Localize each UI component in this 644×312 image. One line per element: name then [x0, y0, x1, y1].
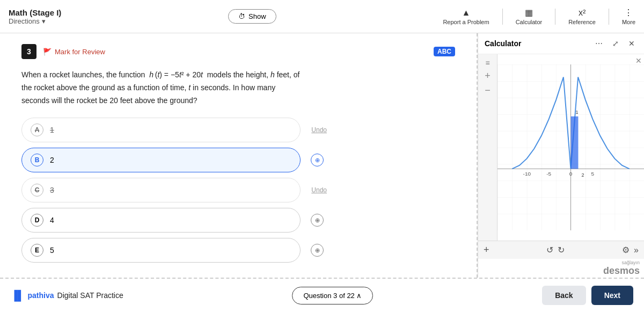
- undo-btn[interactable]: ↺: [546, 245, 553, 255]
- undo-c-link[interactable]: Undo: [311, 186, 327, 194]
- option-e-text: 5: [50, 246, 291, 255]
- settings-btn[interactable]: ⚙: [622, 245, 630, 255]
- redo-btn[interactable]: ↻: [558, 245, 565, 255]
- option-c-text: 3: [50, 186, 291, 194]
- mark-review-label: Mark for Review: [55, 48, 105, 56]
- collapse-btn[interactable]: »: [634, 245, 639, 255]
- brand-name: pathiva: [28, 291, 54, 300]
- app-title-section: Math (Stage I) Directions ▾: [9, 8, 61, 25]
- calculator-body: ≡ + −: [478, 54, 644, 278]
- bottom-right: Back Next: [542, 286, 633, 305]
- next-button[interactable]: Next: [591, 286, 633, 305]
- more-icon: ⋮: [624, 8, 633, 18]
- calculator-icon: ▦: [525, 8, 533, 18]
- main-area: 3 🚩 Mark for Review ABC When a rocket la…: [0, 33, 644, 278]
- question-nav-button[interactable]: Question 3 of 22 ∧: [292, 287, 373, 304]
- minus-icon[interactable]: −: [485, 85, 491, 96]
- top-bar-right: ▲ Report a Problem ▦ Calculator x² Refer…: [443, 8, 635, 25]
- report-button[interactable]: ▲ Report a Problem: [443, 8, 489, 25]
- back-button[interactable]: Back: [542, 286, 586, 305]
- directions-button[interactable]: Directions ▾: [9, 17, 61, 25]
- directions-label: Directions: [9, 17, 40, 25]
- graph-close-btn[interactable]: ✕: [635, 56, 642, 65]
- answer-options: A 1 Undo B 2 ⊕ C 3 Undo D 4 ⊕: [21, 118, 455, 263]
- question-panel: 3 🚩 Mark for Review ABC When a rocket la…: [0, 33, 478, 278]
- question-header: 3 🚩 Mark for Review ABC: [21, 44, 455, 59]
- desmos-credit: sağlayın desmos: [478, 259, 644, 278]
- calculator-label: Calculator: [516, 19, 543, 25]
- elim-d-btn[interactable]: ⊕: [311, 214, 324, 227]
- svg-text:1: 1: [575, 110, 578, 115]
- calculator-panel: Calculator ⋯ ⤢ ✕ ≡ + −: [478, 33, 644, 278]
- graph-svg: -10 -5 0 5 1 2: [497, 54, 644, 241]
- app-title: Math (Stage I): [9, 8, 61, 17]
- option-b[interactable]: B 2 ⊕: [21, 148, 301, 172]
- option-e[interactable]: E 5 ⊕: [21, 238, 301, 263]
- svg-rect-8: [571, 117, 579, 169]
- calculator-title: Calculator: [485, 39, 592, 48]
- top-bar: Math (Stage I) Directions ▾ ⏱ Show ▲ Rep…: [0, 0, 644, 33]
- calc-toolbar: + ↺ ↻ ⚙ »: [478, 241, 644, 259]
- question-text: When a rocket launches, the function h (…: [21, 69, 301, 107]
- report-icon: ▲: [462, 8, 471, 18]
- more-label: More: [622, 19, 635, 25]
- svg-text:0: 0: [569, 171, 573, 177]
- elim-b-btn[interactable]: ⊕: [311, 154, 324, 166]
- elim-e-btn[interactable]: ⊕: [311, 244, 324, 257]
- calc-left-strip: ≡ + −: [478, 54, 497, 241]
- show-button[interactable]: ⏱ Show: [228, 9, 276, 24]
- option-d[interactable]: D 4 ⊕: [21, 208, 301, 233]
- option-c-letter: C: [31, 184, 43, 197]
- top-bar-center: ⏱ Show: [61, 9, 443, 24]
- option-c[interactable]: C 3 Undo: [21, 178, 301, 202]
- option-b-letter: B: [31, 154, 43, 166]
- bottom-center: Question 3 of 22 ∧: [123, 287, 542, 304]
- desmos-label: sağlayın: [482, 260, 640, 265]
- report-label: Report a Problem: [443, 19, 489, 25]
- divider-3: [609, 9, 609, 25]
- option-a[interactable]: A 1 Undo: [21, 118, 301, 142]
- divider-1: [502, 9, 503, 25]
- calc-close-btn[interactable]: ✕: [626, 38, 638, 49]
- flag-icon: 🚩: [43, 48, 52, 56]
- abc-badge: ABC: [434, 47, 455, 56]
- option-a-text: 1: [50, 126, 291, 134]
- calculator-button[interactable]: ▦ Calculator: [516, 8, 543, 25]
- reference-button[interactable]: x² Reference: [568, 8, 596, 25]
- plus-icon[interactable]: +: [484, 244, 489, 256]
- undo-a-link[interactable]: Undo: [311, 126, 327, 134]
- question-number: 3: [21, 44, 36, 59]
- brand-sub: Digital SAT Practice: [57, 291, 123, 300]
- option-e-letter: E: [31, 244, 43, 257]
- mark-review-button[interactable]: 🚩 Mark for Review: [43, 48, 105, 56]
- option-b-text: 2: [50, 156, 291, 164]
- calc-header-icons: ⋯ ⤢ ✕: [592, 38, 638, 49]
- add-icon[interactable]: +: [485, 70, 491, 82]
- brand-icon: ▐▌: [11, 290, 25, 301]
- svg-text:-5: -5: [546, 171, 551, 177]
- reference-icon: x²: [579, 8, 586, 18]
- option-d-text: 4: [50, 216, 291, 224]
- bottom-bar: ▐▌ pathiva Digital SAT Practice Question…: [0, 278, 644, 312]
- calc-dots-btn[interactable]: ⋯: [592, 38, 605, 49]
- calc-expand-btn[interactable]: ⤢: [610, 38, 621, 49]
- divider-2: [555, 9, 555, 25]
- directions-chevron: ▾: [42, 17, 46, 25]
- desmos-brand: desmos: [482, 265, 640, 277]
- option-d-letter: D: [31, 214, 43, 227]
- timer-icon: ⏱: [238, 12, 245, 20]
- reference-label: Reference: [568, 19, 596, 25]
- brand-section: ▐▌ pathiva Digital SAT Practice: [11, 290, 123, 301]
- graph-area: -10 -5 0 5 1 2: [497, 54, 644, 241]
- question-nav-label: Question 3 of 22 ∧: [303, 292, 362, 300]
- more-button[interactable]: ⋮ More: [622, 8, 635, 25]
- calculator-header: Calculator ⋯ ⤢ ✕: [478, 33, 644, 54]
- svg-text:-10: -10: [523, 171, 531, 177]
- svg-text:5: 5: [591, 171, 595, 177]
- menu-icon[interactable]: ≡: [485, 59, 489, 67]
- show-label: Show: [248, 12, 266, 20]
- option-a-letter: A: [31, 124, 43, 136]
- svg-text:2: 2: [581, 172, 584, 178]
